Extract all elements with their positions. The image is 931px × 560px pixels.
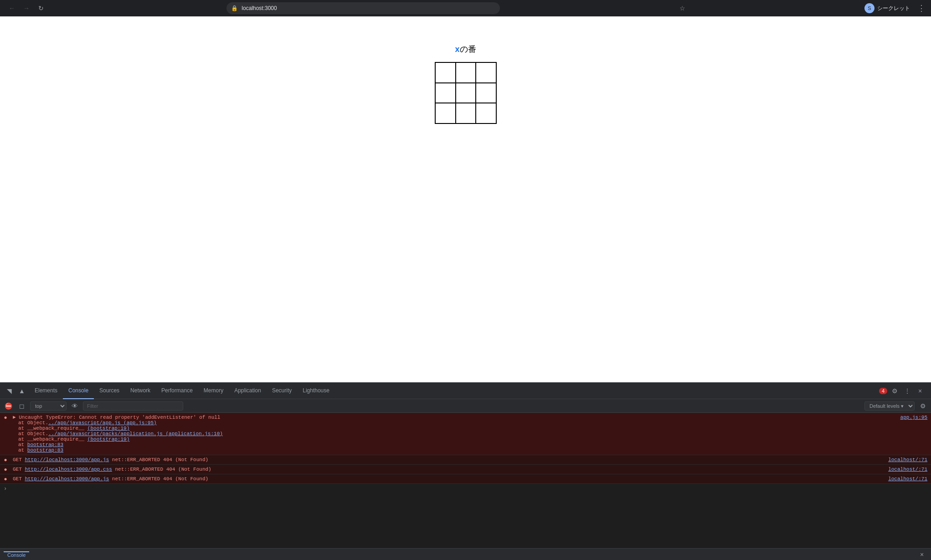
browser-chrome: ← → ↻ 🔒 localhost:3000 ☆ S シークレット ⋮ bbox=[0, 0, 931, 16]
stack-link-3[interactable]: ../app/javascript/packs/application.js (… bbox=[48, 431, 223, 437]
stack-2: at __webpack_require__ (bootstrap:19) bbox=[13, 426, 895, 431]
error-message-4: GET http://localhost:3000/app.js net::ER… bbox=[13, 476, 208, 482]
error-source-1[interactable]: app.js:95 bbox=[897, 414, 931, 421]
cell-7[interactable] bbox=[456, 103, 476, 123]
menu-button[interactable]: ⋮ bbox=[917, 3, 926, 13]
cell-0[interactable] bbox=[436, 63, 456, 83]
stack-link-2[interactable]: (bootstrap:19) bbox=[87, 426, 129, 431]
error-gutter-4: ● bbox=[0, 475, 11, 483]
tab-security[interactable]: Security bbox=[267, 383, 297, 399]
bookmark-icon[interactable]: ☆ bbox=[679, 5, 685, 12]
cell-4[interactable] bbox=[456, 83, 476, 103]
reload-button[interactable]: ↻ bbox=[35, 2, 47, 15]
cell-1[interactable] bbox=[456, 63, 476, 83]
cell-2[interactable] bbox=[476, 63, 496, 83]
devtools-left-icons: ◥ ▲ bbox=[2, 385, 29, 396]
tab-elements[interactable]: Elements bbox=[29, 383, 63, 399]
stack-link-1[interactable]: ../app/javascript/app.js (app.js:95) bbox=[48, 420, 157, 426]
lock-icon: 🔒 bbox=[231, 5, 238, 11]
preserve-log-button[interactable]: ◻ bbox=[16, 401, 27, 411]
x-mark: x bbox=[455, 45, 459, 54]
devtools-more-button[interactable]: ⋮ bbox=[902, 385, 913, 396]
stack-5: at bootstrap:83 bbox=[13, 442, 895, 447]
nav-buttons: ← → ↻ bbox=[5, 2, 47, 15]
error-count-badge: 4 bbox=[879, 388, 887, 394]
stack-6: at bootstrap:83 bbox=[13, 447, 895, 453]
error-message-1: ► Uncaught TypeError: Cannot read proper… bbox=[13, 415, 220, 420]
console-output[interactable]: ● ► Uncaught TypeError: Cannot read prop… bbox=[0, 413, 931, 548]
url-text: localhost:3000 bbox=[242, 5, 495, 11]
error-gutter-2: ● bbox=[0, 456, 11, 463]
cell-6[interactable] bbox=[436, 103, 456, 123]
context-selector[interactable]: top bbox=[30, 401, 67, 411]
stack-3: at Object.../app/javascript/packs/applic… bbox=[13, 431, 895, 437]
stack-1: at Object.../app/javascript/app.js (app.… bbox=[13, 420, 895, 426]
console-prompt-row[interactable]: › bbox=[0, 484, 931, 494]
error-source-link-3[interactable]: localhost/:71 bbox=[888, 467, 927, 472]
console-error-4: ● GET http://localhost:3000/app.js net::… bbox=[0, 474, 931, 484]
error-message-2: GET http://localhost:3000/app.js net::ER… bbox=[13, 457, 208, 462]
error-body-1: ► Uncaught TypeError: Cannot read proper… bbox=[11, 414, 897, 454]
error-url-4[interactable]: http://localhost:3000/app.js bbox=[25, 476, 109, 482]
filter-input[interactable] bbox=[83, 401, 183, 411]
stack-link-6[interactable]: bootstrap:83 bbox=[27, 447, 63, 453]
error-body-2: GET http://localhost:3000/app.js net::ER… bbox=[11, 456, 885, 463]
tab-lighthouse[interactable]: Lighthouse bbox=[297, 383, 335, 399]
devtools-settings-button[interactable]: ⚙ bbox=[889, 385, 900, 396]
inspect-element-button[interactable]: ◥ bbox=[4, 385, 15, 396]
tab-console[interactable]: Console bbox=[63, 383, 94, 399]
cell-5[interactable] bbox=[476, 83, 496, 103]
tab-performance[interactable]: Performance bbox=[156, 383, 198, 399]
forward-button[interactable]: → bbox=[20, 2, 33, 15]
devtools-close-button[interactable]: × bbox=[915, 385, 926, 396]
cell-3[interactable] bbox=[436, 83, 456, 103]
console-toolbar: ⛔ ◻ top 👁 Default levels ▾ ⚙ bbox=[0, 399, 931, 413]
address-bar[interactable]: 🔒 localhost:3000 bbox=[226, 2, 500, 14]
back-button[interactable]: ← bbox=[5, 2, 18, 15]
stack-link-5[interactable]: bootstrap:83 bbox=[27, 442, 63, 447]
bottom-close-button[interactable]: × bbox=[916, 549, 927, 560]
profile-name: シークレット bbox=[877, 5, 910, 12]
error-source-4[interactable]: localhost/:71 bbox=[885, 475, 931, 483]
stack-link-4[interactable]: (bootstrap:19) bbox=[87, 437, 129, 442]
error-source-2[interactable]: localhost/:71 bbox=[885, 456, 931, 463]
error-source-link-1[interactable]: app.js:95 bbox=[900, 415, 927, 420]
title-text: の番 bbox=[460, 45, 476, 54]
console-settings-button[interactable]: ⚙ bbox=[917, 401, 928, 411]
devtools-tabs: ◥ ▲ Elements Console Sources Network Per… bbox=[0, 383, 931, 399]
error-source-link-4[interactable]: localhost/:71 bbox=[888, 476, 927, 482]
tic-tac-toe-grid bbox=[435, 62, 497, 124]
error-body-4: GET http://localhost:3000/app.js net::ER… bbox=[11, 475, 885, 483]
console-error-2: ● GET http://localhost:3000/app.js net::… bbox=[0, 455, 931, 465]
browser-content: xの番 ◥ ▲ Elements Console Sources Network bbox=[0, 16, 931, 560]
device-toggle-button[interactable]: ▲ bbox=[16, 385, 27, 396]
eye-icon[interactable]: 👁 bbox=[69, 401, 80, 411]
error-url-2[interactable]: http://localhost:3000/app.js bbox=[25, 457, 109, 462]
log-level-selector[interactable]: Default levels ▾ bbox=[864, 401, 915, 411]
error-url-3[interactable]: http://localhost:3000/app.css bbox=[25, 467, 112, 472]
console-error-1: ● ► Uncaught TypeError: Cannot read prop… bbox=[0, 413, 931, 455]
tab-network[interactable]: Network bbox=[125, 383, 156, 399]
game-title: xの番 bbox=[455, 44, 476, 55]
stack-4: at __webpack_require__ (bootstrap:19) bbox=[13, 437, 895, 442]
devtools-panel: ◥ ▲ Elements Console Sources Network Per… bbox=[0, 382, 931, 560]
avatar: S bbox=[864, 3, 874, 13]
error-body-3: GET http://localhost:3000/app.css net::E… bbox=[11, 466, 885, 473]
page-content: xの番 bbox=[0, 16, 931, 382]
error-icon-1: ● bbox=[4, 415, 7, 421]
prompt-arrow: › bbox=[4, 486, 7, 492]
tab-sources[interactable]: Sources bbox=[94, 383, 125, 399]
clear-console-button[interactable]: ⛔ bbox=[3, 401, 14, 411]
tab-memory[interactable]: Memory bbox=[198, 383, 229, 399]
bottom-console-tab[interactable]: Console bbox=[4, 551, 29, 558]
error-icon-3: ● bbox=[4, 467, 7, 473]
error-source-link-2[interactable]: localhost/:71 bbox=[888, 457, 927, 462]
devtools-bottom-bar: Console × bbox=[0, 548, 931, 560]
error-gutter-3: ● bbox=[0, 466, 11, 473]
console-error-3: ● GET http://localhost:3000/app.css net:… bbox=[0, 465, 931, 474]
cell-8[interactable] bbox=[476, 103, 496, 123]
error-message-3: GET http://localhost:3000/app.css net::E… bbox=[13, 467, 211, 472]
tab-application[interactable]: Application bbox=[229, 383, 267, 399]
error-source-3[interactable]: localhost/:71 bbox=[885, 466, 931, 473]
error-gutter-1: ● bbox=[0, 414, 11, 421]
